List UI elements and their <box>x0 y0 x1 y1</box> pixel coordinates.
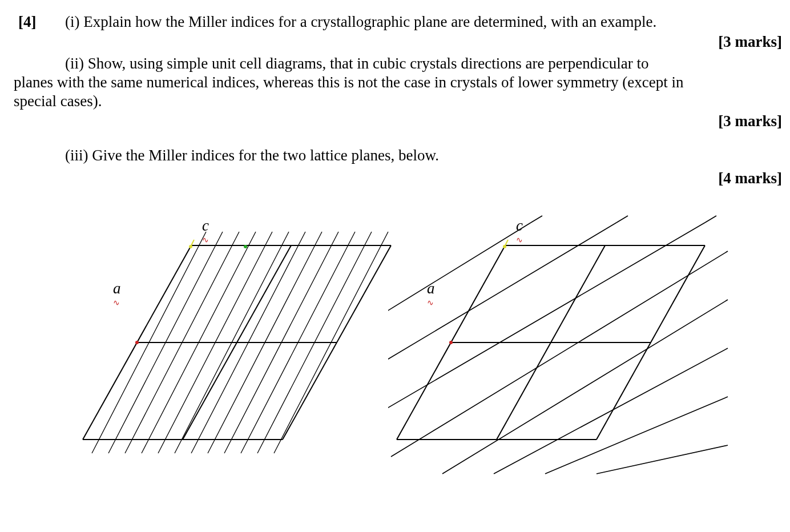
svg-line-29 <box>494 348 728 474</box>
lattice-svg-left <box>74 211 394 479</box>
svg-line-30 <box>545 397 728 474</box>
lattice-point-red-icon <box>135 341 139 344</box>
lattice-point-green-icon <box>244 245 247 248</box>
svg-line-28 <box>442 300 728 474</box>
squiggle-icon: ∿ <box>427 298 433 308</box>
marks-part-i: [3 marks] <box>718 33 782 52</box>
hatch-ticks-icon <box>531 216 716 223</box>
marks-part-iii: [4 marks] <box>718 169 782 188</box>
lattice-diagram-left: c ∿ a ∿ <box>74 211 394 482</box>
diagram-container: c ∿ a ∿ <box>51 211 736 508</box>
axis-label-a-left: a <box>113 280 121 297</box>
lattice-point-red-icon <box>449 341 453 344</box>
svg-line-27 <box>391 251 728 457</box>
question-part-iii: (iii) Give the Miller indices for the tw… <box>65 146 773 166</box>
svg-line-34 <box>531 216 542 223</box>
question-part-i: (i) Explain how the Miller indices for a… <box>65 13 773 32</box>
squiggle-icon: ∿ <box>202 235 208 245</box>
question-number: [4] <box>18 13 36 32</box>
page-root: [4] (i) Explain how the Miller indices f… <box>0 0 790 532</box>
squiggle-icon: ∿ <box>113 298 119 308</box>
question-part-ii-line3: special cases). <box>14 92 784 111</box>
svg-line-24 <box>388 223 531 314</box>
squiggle-icon: ∿ <box>516 235 522 245</box>
lattice-plane-hatch-right <box>388 223 728 474</box>
axis-label-a-right: a <box>427 280 435 297</box>
question-part-ii-line1: (ii) Show, using simple unit cell diagra… <box>65 54 784 74</box>
lattice-svg-right <box>388 211 731 491</box>
marks-part-ii: [3 marks] <box>718 112 782 131</box>
axis-label-c-right: c <box>516 217 523 235</box>
svg-line-31 <box>596 445 728 474</box>
question-part-ii-line2: planes with the same numerical indices, … <box>14 73 784 92</box>
svg-line-26 <box>388 223 705 411</box>
svg-line-32 <box>705 216 716 223</box>
axis-label-c-left: c <box>202 217 209 235</box>
svg-line-33 <box>616 216 628 223</box>
lattice-diagram-right: c ∿ a ∿ <box>388 211 731 493</box>
